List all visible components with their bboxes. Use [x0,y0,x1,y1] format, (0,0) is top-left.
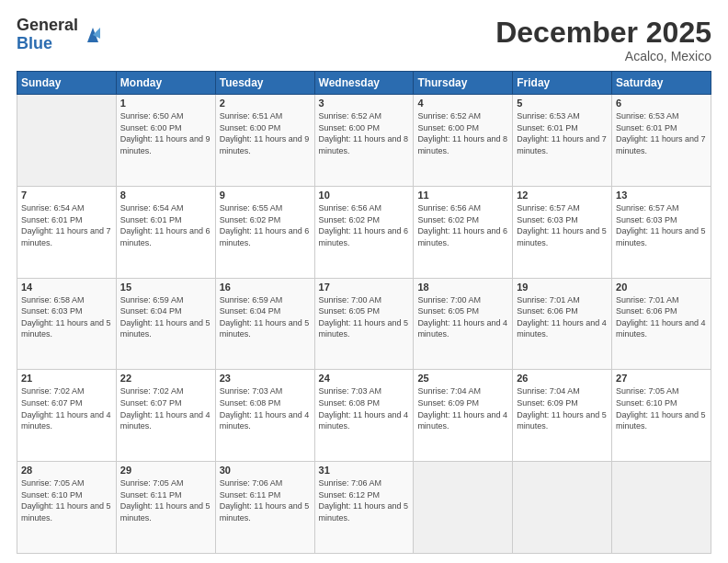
day-cell: 11Sunrise: 6:56 AMSunset: 6:02 PMDayligh… [414,186,513,278]
day-info: Sunrise: 7:03 AMSunset: 6:08 PMDaylight:… [319,385,410,431]
day-number: 11 [417,190,508,201]
day-info: Sunrise: 6:55 AMSunset: 6:02 PMDaylight:… [220,202,311,248]
day-info: Sunrise: 7:00 AMSunset: 6:05 PMDaylight:… [319,294,410,340]
day-cell: 1Sunrise: 6:50 AMSunset: 6:00 PMDaylight… [116,95,215,187]
day-cell: 29Sunrise: 7:05 AMSunset: 6:11 PMDayligh… [116,462,215,554]
day-number: 24 [319,373,410,384]
day-number: 17 [319,282,410,293]
title-block: December 2025 Acalco, Mexico [495,17,711,63]
day-info: Sunrise: 6:56 AMSunset: 6:02 PMDaylight:… [417,202,508,248]
day-cell: 4Sunrise: 6:52 AMSunset: 6:00 PMDaylight… [414,95,513,187]
day-cell [414,462,513,554]
day-cell: 6Sunrise: 6:53 AMSunset: 6:01 PMDaylight… [612,95,711,187]
day-info: Sunrise: 7:02 AMSunset: 6:07 PMDaylight:… [120,385,211,431]
day-number: 1 [120,98,211,109]
day-number: 9 [220,190,311,201]
day-number: 12 [517,190,608,201]
day-cell: 27Sunrise: 7:05 AMSunset: 6:10 PMDayligh… [612,370,711,462]
day-info: Sunrise: 6:53 AMSunset: 6:01 PMDaylight:… [517,110,608,156]
day-info: Sunrise: 7:06 AMSunset: 6:12 PMDaylight:… [319,477,410,523]
day-info: Sunrise: 7:05 AMSunset: 6:10 PMDaylight:… [616,385,707,431]
day-info: Sunrise: 6:57 AMSunset: 6:03 PMDaylight:… [517,202,608,248]
header-day-sunday: Sunday [17,72,117,95]
day-number: 13 [616,190,707,201]
day-number: 3 [319,98,410,109]
calendar-header: SundayMondayTuesdayWednesdayThursdayFrid… [17,72,711,95]
day-number: 16 [220,282,311,293]
header-day-wednesday: Wednesday [314,72,414,95]
day-info: Sunrise: 7:04 AMSunset: 6:09 PMDaylight:… [517,385,608,431]
subtitle: Acalco, Mexico [495,49,711,63]
day-info: Sunrise: 7:00 AMSunset: 6:05 PMDaylight:… [417,294,508,340]
day-number: 2 [220,98,311,109]
day-cell [17,95,117,187]
day-cell: 26Sunrise: 7:04 AMSunset: 6:09 PMDayligh… [513,370,612,462]
day-number: 14 [21,282,112,293]
header-day-saturday: Saturday [612,72,711,95]
day-cell: 9Sunrise: 6:55 AMSunset: 6:02 PMDaylight… [215,186,314,278]
header-day-tuesday: Tuesday [215,72,314,95]
day-info: Sunrise: 6:57 AMSunset: 6:03 PMDaylight:… [616,202,707,248]
day-number: 10 [319,190,410,201]
week-row-2: 14Sunrise: 6:58 AMSunset: 6:03 PMDayligh… [17,278,711,370]
day-number: 22 [120,373,211,384]
day-cell: 5Sunrise: 6:53 AMSunset: 6:01 PMDaylight… [513,95,612,187]
header: General Blue December 2025 Acalco, Mexic… [17,17,711,63]
day-info: Sunrise: 7:06 AMSunset: 6:11 PMDaylight:… [220,477,311,523]
day-info: Sunrise: 6:53 AMSunset: 6:01 PMDaylight:… [616,110,707,156]
day-info: Sunrise: 7:03 AMSunset: 6:08 PMDaylight:… [220,385,311,431]
day-cell: 24Sunrise: 7:03 AMSunset: 6:08 PMDayligh… [314,370,414,462]
day-cell: 12Sunrise: 6:57 AMSunset: 6:03 PMDayligh… [513,186,612,278]
day-cell: 15Sunrise: 6:59 AMSunset: 6:04 PMDayligh… [116,278,215,370]
week-row-4: 28Sunrise: 7:05 AMSunset: 6:10 PMDayligh… [17,462,711,554]
day-cell: 20Sunrise: 7:01 AMSunset: 6:06 PMDayligh… [612,278,711,370]
logo-text: General Blue [17,17,78,53]
day-info: Sunrise: 7:01 AMSunset: 6:06 PMDaylight:… [616,294,707,340]
day-cell [513,462,612,554]
day-info: Sunrise: 6:51 AMSunset: 6:00 PMDaylight:… [220,110,311,156]
day-number: 8 [120,190,211,201]
calendar-table: SundayMondayTuesdayWednesdayThursdayFrid… [17,71,711,554]
day-cell: 14Sunrise: 6:58 AMSunset: 6:03 PMDayligh… [17,278,117,370]
week-row-0: 1Sunrise: 6:50 AMSunset: 6:00 PMDaylight… [17,95,711,187]
day-cell: 23Sunrise: 7:03 AMSunset: 6:08 PMDayligh… [215,370,314,462]
day-info: Sunrise: 6:58 AMSunset: 6:03 PMDaylight:… [21,294,112,340]
day-info: Sunrise: 6:54 AMSunset: 6:01 PMDaylight:… [120,202,211,248]
week-row-3: 21Sunrise: 7:02 AMSunset: 6:07 PMDayligh… [17,370,711,462]
day-number: 20 [616,282,707,293]
day-number: 26 [517,373,608,384]
day-number: 25 [417,373,508,384]
day-cell: 8Sunrise: 6:54 AMSunset: 6:01 PMDaylight… [116,186,215,278]
day-cell: 2Sunrise: 6:51 AMSunset: 6:00 PMDaylight… [215,95,314,187]
day-info: Sunrise: 7:04 AMSunset: 6:09 PMDaylight:… [417,385,508,431]
day-cell: 25Sunrise: 7:04 AMSunset: 6:09 PMDayligh… [414,370,513,462]
day-info: Sunrise: 6:52 AMSunset: 6:00 PMDaylight:… [319,110,410,156]
day-cell: 7Sunrise: 6:54 AMSunset: 6:01 PMDaylight… [17,186,117,278]
day-number: 23 [220,373,311,384]
logo-blue: Blue [17,35,78,53]
day-info: Sunrise: 6:56 AMSunset: 6:02 PMDaylight:… [319,202,410,248]
day-info: Sunrise: 6:50 AMSunset: 6:00 PMDaylight:… [120,110,211,156]
day-cell: 10Sunrise: 6:56 AMSunset: 6:02 PMDayligh… [314,186,414,278]
day-number: 4 [417,98,508,109]
day-number: 29 [120,465,211,476]
day-cell [612,462,711,554]
day-number: 27 [616,373,707,384]
day-number: 6 [616,98,707,109]
page: General Blue December 2025 Acalco, Mexic… [0,0,728,563]
day-info: Sunrise: 6:54 AMSunset: 6:01 PMDaylight:… [21,202,112,248]
day-number: 18 [417,282,508,293]
day-number: 28 [21,465,112,476]
day-cell: 19Sunrise: 7:01 AMSunset: 6:06 PMDayligh… [513,278,612,370]
day-number: 21 [21,373,112,384]
day-info: Sunrise: 6:52 AMSunset: 6:00 PMDaylight:… [417,110,508,156]
day-cell: 13Sunrise: 6:57 AMSunset: 6:03 PMDayligh… [612,186,711,278]
day-info: Sunrise: 6:59 AMSunset: 6:04 PMDaylight:… [220,294,311,340]
day-number: 7 [21,190,112,201]
header-day-monday: Monday [116,72,215,95]
day-info: Sunrise: 7:05 AMSunset: 6:11 PMDaylight:… [120,477,211,523]
day-cell: 30Sunrise: 7:06 AMSunset: 6:11 PMDayligh… [215,462,314,554]
day-info: Sunrise: 6:59 AMSunset: 6:04 PMDaylight:… [120,294,211,340]
day-number: 19 [517,282,608,293]
day-info: Sunrise: 7:01 AMSunset: 6:06 PMDaylight:… [517,294,608,340]
